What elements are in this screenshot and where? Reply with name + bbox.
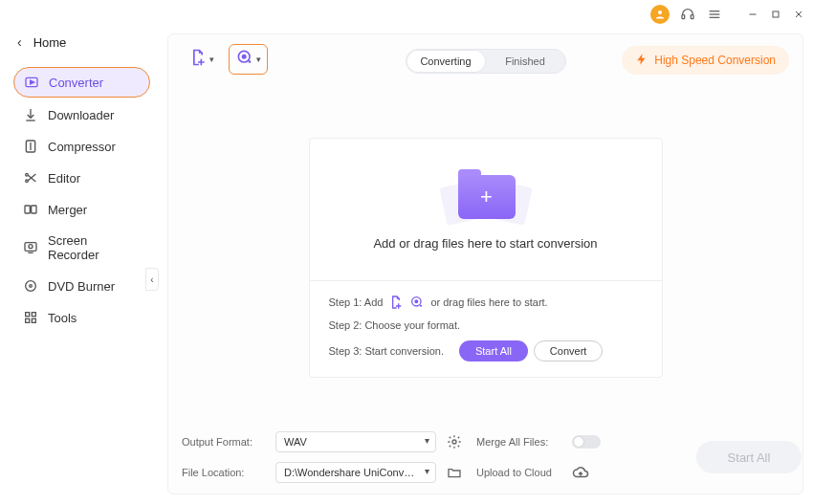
svg-line-17: [28, 174, 35, 181]
open-folder-icon[interactable]: [446, 464, 463, 481]
sidebar-item-label: DVD Burner: [48, 279, 115, 294]
screen-recorder-icon: [23, 240, 38, 255]
start-all-button[interactable]: Start All: [696, 441, 802, 473]
hamburger-menu-icon[interactable]: [706, 6, 723, 23]
svg-rect-21: [25, 243, 36, 252]
tools-icon: [23, 310, 38, 325]
sidebar-item-label: Downloader: [48, 108, 114, 122]
svg-point-15: [26, 180, 29, 183]
sidebar-item-label: Converter: [49, 76, 103, 90]
chevron-down-icon: ▾: [209, 55, 214, 64]
chevron-left-icon: ‹: [17, 34, 22, 50]
output-format-label: Output Format:: [182, 436, 266, 448]
sidebar-item-dvd-burner[interactable]: DVD Burner: [13, 272, 150, 300]
converter-icon: [24, 75, 39, 90]
step-2-text: Step 2: Choose your format.: [329, 319, 643, 331]
svg-rect-26: [26, 313, 30, 317]
sidebar-collapse-handle[interactable]: ‹: [145, 268, 159, 291]
svg-rect-1: [682, 15, 685, 19]
svg-rect-2: [691, 15, 693, 19]
file-location-select[interactable]: D:\Wondershare UniConverter 1: [275, 462, 436, 483]
convert-button[interactable]: Convert: [534, 340, 604, 362]
cloud-upload-icon[interactable]: [572, 464, 589, 481]
sidebar-item-converter[interactable]: Converter: [13, 67, 150, 98]
lightning-icon: [635, 53, 648, 69]
sidebar-item-screen-recorder[interactable]: Screen Recorder: [13, 227, 150, 269]
svg-rect-7: [773, 11, 779, 17]
merge-label: Merge All Files:: [476, 436, 562, 448]
svg-point-24: [26, 281, 36, 292]
svg-line-16: [28, 175, 35, 182]
compress-icon: [23, 139, 38, 154]
sidebar-item-label: Editor: [48, 171, 80, 186]
svg-point-22: [29, 245, 33, 249]
tab-finished[interactable]: Finished: [486, 50, 565, 73]
sidebar-item-downloader[interactable]: Downloader: [13, 100, 150, 129]
step-3-row: Step 3: Start conversion. Start All Conv…: [329, 340, 643, 362]
disc-add-icon: [235, 48, 254, 71]
svg-rect-19: [32, 206, 36, 213]
status-segmented-control: Converting Finished: [406, 49, 566, 74]
headset-icon[interactable]: [679, 6, 696, 23]
merge-all-toggle[interactable]: [572, 435, 601, 449]
home-label: Home: [33, 35, 67, 50]
step-1-suffix: or drag files here to start.: [430, 296, 547, 308]
home-nav-button[interactable]: ‹ Home: [8, 29, 156, 55]
sidebar-item-label: Merger: [48, 203, 87, 217]
step-1-prefix: Step 1: Add: [329, 296, 384, 308]
sidebar-item-merger[interactable]: Merger: [13, 195, 150, 224]
svg-point-31: [243, 55, 246, 58]
drop-title: Add or drag files here to start conversi…: [373, 236, 597, 251]
start-all-button-small[interactable]: Start All: [459, 340, 528, 362]
upload-label: Upload to Cloud: [476, 467, 562, 478]
sidebar-item-label: Compressor: [48, 140, 116, 154]
disc-add-icon[interactable]: [409, 295, 425, 310]
svg-point-0: [658, 11, 662, 14]
disc-icon: [23, 278, 38, 294]
svg-point-34: [452, 440, 456, 444]
svg-rect-29: [32, 318, 35, 322]
sidebar-item-label: Tools: [48, 311, 77, 325]
drop-area[interactable]: + Add or drag files here to start conver…: [309, 138, 663, 378]
file-add-icon[interactable]: [388, 295, 404, 310]
user-avatar-icon[interactable]: [650, 5, 670, 24]
high-speed-label: High Speed Conversion: [654, 54, 776, 67]
chevron-down-icon: ▾: [256, 55, 261, 64]
svg-rect-27: [32, 313, 35, 317]
merge-icon: [23, 202, 38, 217]
svg-rect-18: [25, 206, 30, 213]
add-file-button[interactable]: ▾: [182, 44, 221, 75]
svg-rect-28: [26, 318, 30, 322]
sidebar-item-label: Screen Recorder: [48, 233, 141, 262]
file-location-label: File Location:: [182, 467, 266, 478]
svg-point-33: [415, 300, 418, 303]
download-icon: [23, 107, 38, 122]
output-format-select[interactable]: WAV: [275, 431, 436, 452]
folder-add-icon: +: [449, 169, 523, 223]
window-minimize-button[interactable]: [746, 8, 759, 21]
tab-converting[interactable]: Converting: [406, 50, 486, 73]
svg-point-14: [26, 173, 29, 176]
sidebar-item-editor[interactable]: Editor: [13, 164, 150, 192]
step-3-text: Step 3: Start conversion.: [329, 345, 444, 357]
step-1-row: Step 1: Add or drag files here to start.: [329, 295, 643, 310]
settings-gear-icon[interactable]: [446, 433, 463, 450]
sidebar-item-compressor[interactable]: Compressor: [13, 132, 150, 161]
window-maximize-button[interactable]: [769, 8, 782, 21]
sidebar-item-tools[interactable]: Tools: [13, 303, 150, 332]
window-close-button[interactable]: [792, 8, 805, 21]
svg-marker-11: [31, 80, 34, 84]
svg-point-25: [30, 285, 33, 288]
add-dvd-button[interactable]: ▾: [229, 44, 268, 75]
scissors-icon: [23, 170, 38, 186]
file-add-icon: [188, 48, 208, 71]
high-speed-conversion-button[interactable]: High Speed Conversion: [622, 46, 789, 75]
